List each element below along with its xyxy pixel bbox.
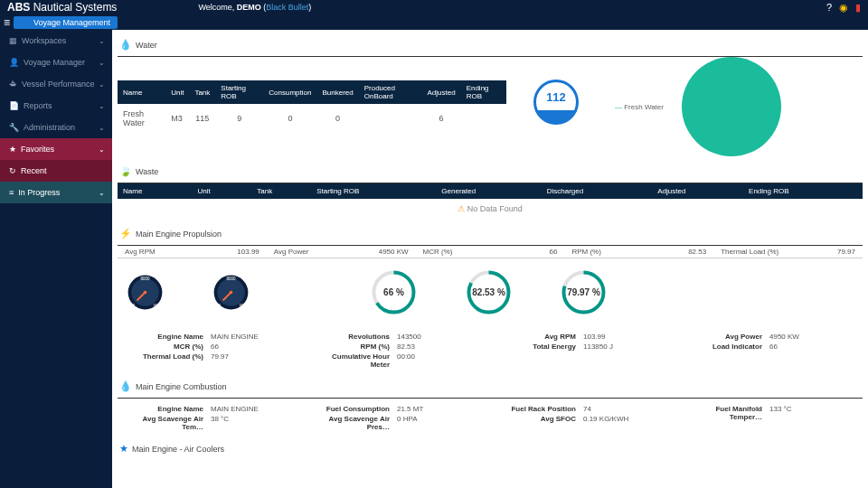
propulsion-metrics: Avg RPM103.99 Avg Power4950 KW MCR (%)66… (118, 245, 863, 258)
detail-label: MCR (%) (125, 343, 211, 351)
detail-value: MAIN ENGINE (211, 405, 297, 413)
bulb-icon[interactable]: ◉ (839, 2, 848, 14)
water-section: NameUnitTankStarting ROBConsumptionBunke… (118, 57, 863, 156)
user-icon: 👤 (21, 18, 31, 27)
brand: ABS Nautical Systems (7, 1, 117, 14)
detail-label: Load Indicator (684, 343, 769, 351)
water-ending-rob-gauge: 112 (524, 80, 579, 125)
section-combustion-header: 💧Main Engine Combustion (118, 377, 863, 396)
detail-label: Fuel Rack Position (497, 405, 583, 413)
wrench-icon: 🔧 (9, 123, 19, 132)
clock-icon: ↻ (9, 166, 16, 175)
help-icon[interactable]: ? (826, 2, 832, 13)
chevron-down-icon: ⌄ (99, 80, 105, 89)
detail-value: 66 (211, 343, 297, 351)
voyage-management-button[interactable]: 👤Voyage Management (14, 16, 118, 29)
content-area: 💧Water NameUnitTankStarting ROBConsumpti… (112, 30, 868, 488)
detail-label: Fuel Manifold Temper… (684, 405, 769, 421)
progress-icon: ≡ (9, 188, 14, 197)
report-icon: 📄 (9, 101, 19, 110)
pie-legend: — Fresh Water (615, 103, 664, 111)
sidebar-item-vessel-performance[interactable]: ⛴Vessel Performance⌄ (0, 73, 112, 95)
rpm-gauge: 800001600 (125, 272, 165, 313)
leaf-icon: 🍃 (119, 165, 132, 177)
rpm-pct-gauge: 82.53 % (464, 267, 514, 317)
detail-label: Engine Name (125, 405, 211, 413)
star-icon: ★ (119, 443, 128, 455)
detail-label: Revolutions (311, 333, 397, 341)
sidebar-item-voyage-manager[interactable]: 👤Voyage Manager⌄ (0, 52, 112, 73)
chevron-down-icon: ⌄ (99, 189, 105, 197)
drop-icon: 💧 (119, 380, 132, 392)
svg-text:1600: 1600 (154, 304, 161, 307)
detail-value: 133 °C (769, 405, 855, 421)
detail-value: 38 °C (211, 415, 297, 431)
svg-point-2 (144, 291, 147, 295)
alert-icon[interactable]: ▮ (855, 2, 861, 14)
detail-value: 82.53 (397, 343, 483, 351)
welcome-text: Welcome, DEMO (Black Bullet) (198, 3, 311, 12)
detail-label: RPM (%) (311, 343, 397, 351)
detail-value: 74 (583, 405, 669, 413)
detail-value: 00:00 (397, 352, 483, 369)
waste-table: NameUnitTankStarting ROBGeneratedDischar… (118, 183, 863, 199)
water-table: NameUnitTankStarting ROBConsumptionBunke… (118, 80, 506, 133)
chevron-down-icon: ⌄ (99, 37, 105, 45)
svg-text:1600: 1600 (240, 304, 247, 307)
detail-label: Avg SFOC (497, 415, 583, 423)
sidebar-item-favorites[interactable]: ★Favorites⌄ (0, 138, 112, 160)
detail-label: Avg Power (684, 333, 769, 341)
detail-value: 4950 KW (769, 333, 855, 341)
grid-icon: ▦ (9, 36, 17, 45)
ship-icon: ⛴ (9, 80, 17, 89)
sub-header: ≡ 👤Voyage Management (0, 14, 868, 30)
detail-value: 0.19 KG/KWH (583, 415, 669, 423)
mcr-pct-gauge: 66 % (369, 267, 419, 317)
chevron-down-icon: ⌄ (99, 59, 105, 67)
detail-value: 79.97 (211, 352, 297, 361)
section-waste-header: 🍃Waste (118, 162, 863, 181)
thermal-pct-gauge: 79.97 % (559, 267, 609, 317)
chevron-down-icon: ⌄ (99, 102, 105, 110)
water-pie-chart (682, 57, 781, 156)
power-gauge: 800001600 (211, 272, 251, 313)
detail-label: Avg Scavenge Air Tem… (125, 415, 211, 431)
detail-value: 113850 J (583, 343, 669, 351)
detail-value: 21.5 MT (397, 405, 483, 413)
detail-value: 0 HPA (397, 415, 483, 431)
section-propulsion-header: ⚡Main Engine Propulsion (118, 224, 863, 243)
drop-icon: 💧 (119, 39, 132, 51)
detail-label: Avg Scavenge Air Pres… (311, 415, 397, 431)
svg-text:8000: 8000 (226, 277, 236, 281)
detail-value: 143500 (397, 333, 483, 341)
user-icon: 👤 (9, 58, 19, 67)
detail-label: Total Energy (497, 343, 583, 351)
detail-label: Cumulative Hour Meter (311, 352, 397, 369)
detail-value: 103.99 (583, 333, 669, 341)
detail-label: Engine Name (125, 333, 211, 341)
detail-label: Fuel Consumption (311, 405, 397, 413)
app-header: ABS Nautical Systems Welcome, DEMO (Blac… (0, 0, 868, 14)
bolt-icon: ⚡ (119, 228, 132, 239)
propulsion-details: Engine NameMAIN ENGINEMCR (%)66Thermal L… (118, 326, 863, 371)
sidebar-item-in-progress[interactable]: ≡In Progress⌄ (0, 182, 112, 203)
star-icon: ★ (9, 145, 16, 154)
sidebar-item-reports[interactable]: 📄Reports⌄ (0, 95, 112, 117)
svg-point-8 (230, 291, 233, 295)
detail-label: Thermal Load (%) (125, 352, 211, 361)
detail-value: 66 (769, 343, 855, 351)
chevron-down-icon: ⌄ (99, 145, 105, 154)
menu-icon[interactable]: ≡ (4, 16, 10, 29)
waste-no-data: No Data Found (118, 199, 863, 219)
sidebar: ▦Workspaces⌄ 👤Voyage Manager⌄ ⛴Vessel Pe… (0, 30, 112, 488)
svg-text:8000: 8000 (140, 277, 150, 281)
detail-value: MAIN ENGINE (211, 333, 297, 341)
sidebar-item-administration[interactable]: 🔧Administration⌄ (0, 117, 112, 138)
sidebar-item-workspaces[interactable]: ▦Workspaces⌄ (0, 30, 112, 52)
section-water-header: 💧Water (118, 35, 863, 54)
detail-label: Avg RPM (497, 333, 583, 341)
chevron-down-icon: ⌄ (99, 124, 105, 132)
section-aircoolers-header: ★Main Engine - Air Coolers (118, 439, 863, 458)
table-row[interactable]: Fresh WaterM31159006 (118, 104, 506, 133)
sidebar-item-recent[interactable]: ↻Recent (0, 160, 112, 182)
